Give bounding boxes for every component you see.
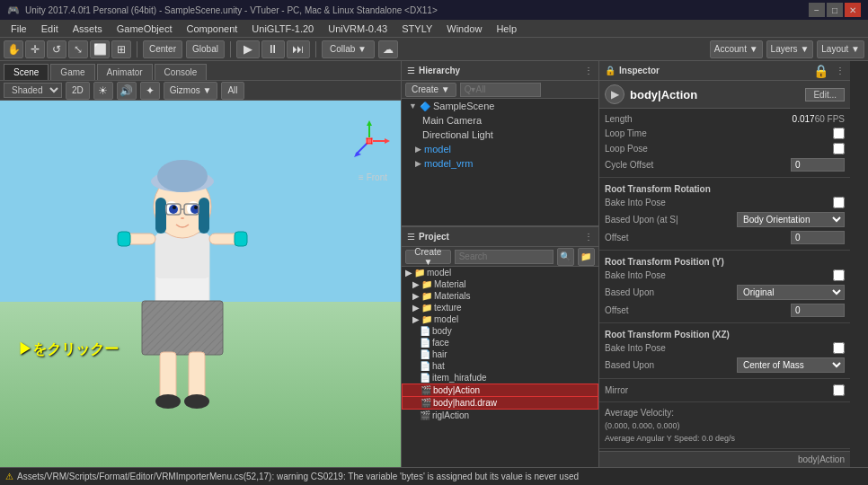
2d-button[interactable]: 2D <box>66 82 90 100</box>
tab-console[interactable]: Console <box>155 64 208 80</box>
hierarchy-item-directionallight[interactable]: Directional Light <box>402 128 598 142</box>
hirafude-label: item_hirafude <box>432 373 487 383</box>
rect-tool[interactable]: ⬜ <box>90 40 110 58</box>
scene-view[interactable]: ≡ Front ▶をクリックー <box>0 101 401 467</box>
looptime-checkbox[interactable] <box>833 128 845 139</box>
layers-dropdown[interactable]: Layers ▼ <box>766 40 814 58</box>
transform-tool[interactable]: ⊞ <box>111 40 131 58</box>
menu-help[interactable]: Help <box>489 22 524 36</box>
hierarchy-item-maincamera[interactable]: Main Camera <box>402 113 598 128</box>
fps-value: 60 FPS <box>815 114 845 124</box>
project-search[interactable] <box>455 250 554 264</box>
global-button[interactable]: Global <box>186 40 225 58</box>
mirror-checkbox[interactable] <box>833 384 845 396</box>
inspector-scroll-area: Length 0.017 60 FPS Loop Time Loop Pose … <box>599 109 850 451</box>
menu-window[interactable]: Window <box>439 22 489 36</box>
audio-icon[interactable]: 🔊 <box>117 82 137 100</box>
hierarchy-panel: ☰ Hierarchy ⋮ Create ▼ ▼ 🔷 SampleScene M… <box>402 61 598 227</box>
file-hair[interactable]: 📄 hair <box>402 348 598 360</box>
file-item-hirafude[interactable]: 📄 item_hirafude <box>402 372 598 384</box>
tab-animator[interactable]: Animator <box>97 64 153 80</box>
menu-component[interactable]: Component <box>179 22 244 36</box>
play-button[interactable]: ▶ <box>236 40 260 58</box>
account-dropdown[interactable]: Account ▼ <box>710 40 763 58</box>
menu-univrm[interactable]: UniVRM-0.43 <box>321 22 394 36</box>
hierarchy-search[interactable] <box>460 83 541 97</box>
file-body[interactable]: 📄 body <box>402 325 598 337</box>
file-face[interactable]: 📄 face <box>402 337 598 348</box>
hierarchy-options-icon[interactable]: ⋮ <box>584 66 593 75</box>
hierarchy-item-samplescene[interactable]: ▼ 🔷 SampleScene <box>402 99 598 113</box>
all-button[interactable]: All <box>221 82 244 100</box>
menu-unigltf[interactable]: UniGLTF-1.20 <box>244 22 321 36</box>
bake-pose-rot-checkbox[interactable] <box>833 197 845 208</box>
inspector-looptime-row: Loop Time <box>605 126 845 141</box>
hierarchy-item-modelvrm[interactable]: ▶ model_vrm <box>402 156 598 171</box>
materials-icon: 📁 <box>421 291 432 301</box>
file-model-sub-folder[interactable]: ▶ 📁 model <box>402 313 598 325</box>
based-upon-rot-select[interactable]: Body Orientation <box>737 212 845 227</box>
offset-y-input[interactable] <box>791 304 845 317</box>
project-create-btn[interactable]: Create ▼ <box>405 250 451 264</box>
search-icon-btn[interactable]: 🔍 <box>557 248 574 266</box>
menu-file[interactable]: File <box>4 22 34 36</box>
inspector-edit-button[interactable]: Edit... <box>805 88 845 101</box>
center-label: Center <box>149 44 176 54</box>
scale-tool[interactable]: ⤡ <box>68 40 88 58</box>
pause-button[interactable]: ⏸ <box>261 40 285 58</box>
file-rigl-action[interactable]: 🎬 riglAction <box>402 410 598 421</box>
hand-tool[interactable]: ✋ <box>4 40 23 58</box>
shaded-dropdown[interactable]: Shaded <box>4 83 62 98</box>
folder-icon-btn[interactable]: 📁 <box>578 248 595 266</box>
inspector-lock-icon[interactable]: 🔒 <box>813 64 828 78</box>
bake-pose-xz-checkbox[interactable] <box>833 342 845 354</box>
cloud-button[interactable]: ☁ <box>378 40 398 58</box>
avg-velocity-value-row: (0.000, 0.000, 0.000) <box>605 419 845 432</box>
menu-assets[interactable]: Assets <box>66 22 110 36</box>
menu-gameobject[interactable]: GameObject <box>110 22 180 36</box>
bake-pose-rot-label: Bake Into Pose <box>605 198 833 207</box>
step-button[interactable]: ⏭ <box>287 40 310 58</box>
project-options-icon[interactable]: ⋮ <box>584 232 593 242</box>
svg-rect-8 <box>155 198 166 234</box>
hierarchy-item-model[interactable]: ▶ model <box>402 142 598 156</box>
offset-rot-input[interactable] <box>791 231 845 244</box>
file-model-folder[interactable]: ▶ 📁 model <box>402 267 598 278</box>
offset-rot-label: Offset <box>605 233 791 242</box>
menu-edit[interactable]: Edit <box>34 22 66 36</box>
file-body-hand-draw[interactable]: 🎬 body|hand.draw <box>402 397 598 410</box>
based-upon-y-select[interactable]: Original <box>737 285 845 300</box>
rotate-tool[interactable]: ↺ <box>47 40 66 58</box>
cycleoffset-label: Cycle Offset <box>605 160 791 170</box>
hierarchy-create-btn[interactable]: Create ▼ <box>405 83 456 97</box>
file-materials-folder[interactable]: ▶ 📁 Materials <box>402 290 598 302</box>
close-button[interactable]: ✕ <box>845 3 861 17</box>
bake-pose-y-checkbox[interactable] <box>833 269 845 281</box>
menu-styly[interactable]: STYLY <box>394 22 439 36</box>
window-title: Unity 2017.4.0f1 Personal (64bit) - Samp… <box>25 5 809 15</box>
center-button[interactable]: Center <box>143 40 182 58</box>
tab-scene[interactable]: Scene <box>4 64 49 80</box>
minimize-button[interactable]: − <box>809 3 825 17</box>
cycleoffset-input[interactable] <box>791 158 845 172</box>
gizmos-dropdown[interactable]: Gizmos ▼ <box>164 82 218 100</box>
move-tool[interactable]: ✛ <box>25 40 45 58</box>
inspector-play-button[interactable]: ▶ <box>605 84 624 104</box>
inspector-options-icon[interactable]: ⋮ <box>836 66 845 75</box>
file-material-folder[interactable]: ▶ 📁 Material <box>402 278 598 290</box>
scene-tab-bar: Scene Game Animator Console <box>0 61 401 81</box>
maximize-button[interactable]: □ <box>827 3 843 17</box>
looppose-checkbox[interactable] <box>833 143 845 154</box>
layout-dropdown[interactable]: Layout ▼ <box>817 40 864 58</box>
file-hat[interactable]: 📄 hat <box>402 360 598 372</box>
samplescene-icon: 🔷 <box>420 101 430 111</box>
collab-button[interactable]: Collab ▼ <box>322 40 375 58</box>
file-body-action[interactable]: 🎬 body|Action <box>402 384 598 397</box>
file-texture-folder[interactable]: ▶ 📁 texture <box>402 302 598 313</box>
light-icon[interactable]: ☀ <box>93 82 113 100</box>
svg-marker-29 <box>367 120 372 126</box>
tab-game[interactable]: Game <box>50 64 94 80</box>
based-upon-xz-select[interactable]: Center of Mass <box>737 357 845 373</box>
svg-rect-9 <box>199 198 209 234</box>
fx-icon[interactable]: ✦ <box>140 82 160 100</box>
